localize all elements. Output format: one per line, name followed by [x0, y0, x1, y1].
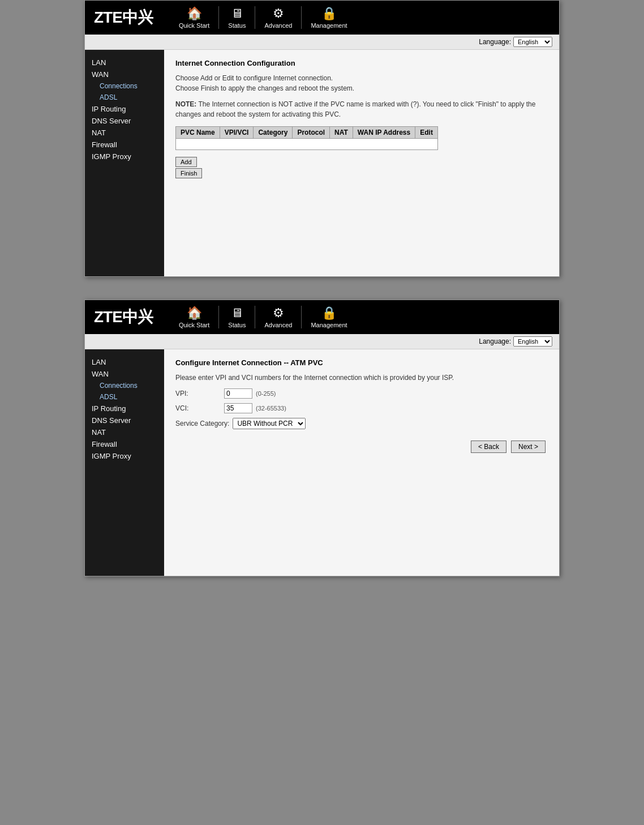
quick-start-icon: 🏠	[187, 6, 202, 21]
page-title-2: Configure Internet Connection -- ATM PVC	[175, 358, 548, 367]
nav-status-label-1: Status	[228, 22, 246, 29]
sidebar-2: LAN WAN Connections ADSL IP Routing DNS …	[85, 349, 164, 576]
sidebar-connections-2[interactable]: Connections	[91, 380, 158, 391]
add-button[interactable]: Add	[175, 157, 197, 167]
logo1: ZTE中兴	[94, 7, 153, 28]
status-icon-2: 🖥	[231, 306, 243, 320]
sidebar-lan-1[interactable]: LAN	[91, 57, 158, 69]
back-button[interactable]: < Back	[471, 441, 506, 453]
service-category-row: Service Category: UBR Without PCR UBR Wi…	[175, 418, 548, 429]
sidebar-adsl-1[interactable]: ADSL	[91, 92, 158, 103]
desc-line-1: Choose Add or Edit to configure Internet…	[175, 73, 548, 83]
sidebar-igmp-1[interactable]: IGMP Proxy	[91, 151, 158, 163]
advanced-icon-2: ⚙	[273, 306, 284, 320]
nav-status-label-2: Status	[228, 322, 246, 328]
sidebar-adsl-2[interactable]: ADSL	[91, 391, 158, 403]
th-protocol: Protocol	[293, 127, 330, 139]
note-label: NOTE:	[175, 100, 196, 108]
advanced-icon: ⚙	[273, 6, 284, 21]
sidebar-iprouting-1[interactable]: IP Routing	[91, 103, 158, 115]
service-category-select[interactable]: UBR Without PCR UBR With PCR CBR Non Rea…	[233, 418, 306, 429]
nav-advanced-label-2: Advanced	[264, 322, 292, 328]
status-icon: 🖥	[231, 6, 243, 21]
header2: ZTE中兴 🏠 Quick Start 🖥 Status ⚙ Advanced …	[85, 300, 559, 334]
nav-management-1[interactable]: 🔒 Management	[302, 6, 356, 29]
sidebar-wan-2[interactable]: WAN	[91, 368, 158, 380]
lang-bar1: Language: English Chinese	[85, 35, 559, 50]
lang-bar2: Language: English Chinese	[85, 334, 559, 349]
th-edit: Edit	[415, 127, 438, 139]
nav-advanced-2[interactable]: ⚙ Advanced	[255, 306, 302, 328]
lang-select-1[interactable]: English Chinese	[513, 37, 552, 47]
sidebar-lan-2[interactable]: LAN	[91, 356, 158, 368]
note-text: The Internet connection is NOT active if…	[175, 100, 535, 118]
button-group-1: Add Finish	[175, 156, 548, 178]
nav-button-row: < Back Next >	[175, 438, 548, 453]
service-category-label: Service Category:	[175, 420, 229, 428]
sidebar-nat-2[interactable]: NAT	[91, 426, 158, 438]
nav-bar1: 🏠 Quick Start 🖥 Status ⚙ Advanced 🔒 Mana…	[170, 6, 550, 29]
nav-management-label-1: Management	[311, 22, 347, 29]
quick-start-icon-2: 🏠	[187, 306, 202, 320]
panel1: ZTE中兴 🏠 Quick Start 🖥 Status ⚙ Advanced …	[84, 0, 560, 277]
content-area-2: LAN WAN Connections ADSL IP Routing DNS …	[85, 349, 559, 576]
sidebar-connections-1[interactable]: Connections	[91, 80, 158, 92]
description-1: Choose Add or Edit to configure Internet…	[175, 73, 548, 93]
page-title-1: Internet Connection Configuration	[175, 59, 548, 67]
sidebar-igmp-2[interactable]: IGMP Proxy	[91, 450, 158, 462]
nav-quick-start-1[interactable]: 🏠 Quick Start	[170, 6, 219, 29]
vci-label: VCI:	[175, 404, 221, 412]
th-vpivci: VPI/VCI	[220, 127, 254, 139]
nav-bar2: 🏠 Quick Start 🖥 Status ⚙ Advanced 🔒 Mana…	[170, 306, 550, 328]
desc-line-2: Choose Finish to apply the changes and r…	[175, 83, 548, 93]
vpi-hint: (0-255)	[256, 390, 276, 397]
management-icon-2: 🔒	[321, 306, 337, 320]
management-icon: 🔒	[321, 6, 337, 21]
nav-quick-start-label-1: Quick Start	[179, 22, 209, 29]
sidebar-1: LAN WAN Connections ADSL IP Routing DNS …	[85, 50, 164, 276]
sidebar-firewall-1[interactable]: Firewall	[91, 139, 158, 151]
sidebar-dnsserver-2[interactable]: DNS Server	[91, 414, 158, 426]
nav-advanced-label-1: Advanced	[264, 22, 292, 29]
main-content-2: Configure Internet Connection -- ATM PVC…	[164, 349, 559, 576]
logo2: ZTE中兴	[94, 306, 153, 328]
nav-status-2[interactable]: 🖥 Status	[219, 306, 255, 328]
sidebar-iprouting-2[interactable]: IP Routing	[91, 403, 158, 414]
note-box-1: NOTE: The Internet connection is NOT act…	[175, 99, 548, 119]
sidebar-nat-1[interactable]: NAT	[91, 127, 158, 139]
next-button[interactable]: Next >	[511, 441, 546, 453]
th-wanip: WAN IP Address	[353, 127, 415, 139]
nav-quick-start-label-2: Quick Start	[179, 322, 209, 328]
nav-advanced-1[interactable]: ⚙ Advanced	[255, 6, 302, 29]
lang-label-2: Language:	[479, 337, 511, 345]
sidebar-dnsserver-1[interactable]: DNS Server	[91, 115, 158, 127]
vpi-row: VPI: (0-255)	[175, 388, 548, 399]
header1: ZTE中兴 🏠 Quick Start 🖥 Status ⚙ Advanced …	[85, 1, 559, 35]
nav-status-1[interactable]: 🖥 Status	[219, 6, 255, 29]
sidebar-firewall-2[interactable]: Firewall	[91, 438, 158, 450]
th-pvcname: PVC Name	[176, 127, 220, 139]
pvc-table: PVC Name VPI/VCI Category Protocol NAT W…	[175, 126, 438, 150]
th-nat: NAT	[330, 127, 353, 139]
vci-hint: (32-65533)	[256, 405, 286, 412]
vpi-label: VPI:	[175, 390, 221, 397]
sidebar-wan-1[interactable]: WAN	[91, 69, 158, 80]
lang-select-2[interactable]: English Chinese	[513, 336, 552, 347]
nav-quick-start-2[interactable]: 🏠 Quick Start	[170, 306, 219, 328]
main-content-1: Internet Connection Configuration Choose…	[164, 50, 559, 276]
content-area-1: LAN WAN Connections ADSL IP Routing DNS …	[85, 50, 559, 276]
th-category: Category	[254, 127, 293, 139]
description-2: Please enter VPI and VCI numbers for the…	[175, 373, 548, 383]
finish-button[interactable]: Finish	[175, 168, 202, 178]
table-empty-row	[176, 139, 438, 150]
panel2: ZTE中兴 🏠 Quick Start 🖥 Status ⚙ Advanced …	[84, 300, 560, 576]
nav-management-2[interactable]: 🔒 Management	[302, 306, 356, 328]
vci-row: VCI: (32-65533)	[175, 403, 548, 413]
lang-label-1: Language:	[479, 38, 511, 46]
vpi-input[interactable]	[224, 388, 252, 399]
vci-input[interactable]	[224, 403, 252, 413]
nav-management-label-2: Management	[311, 322, 347, 328]
